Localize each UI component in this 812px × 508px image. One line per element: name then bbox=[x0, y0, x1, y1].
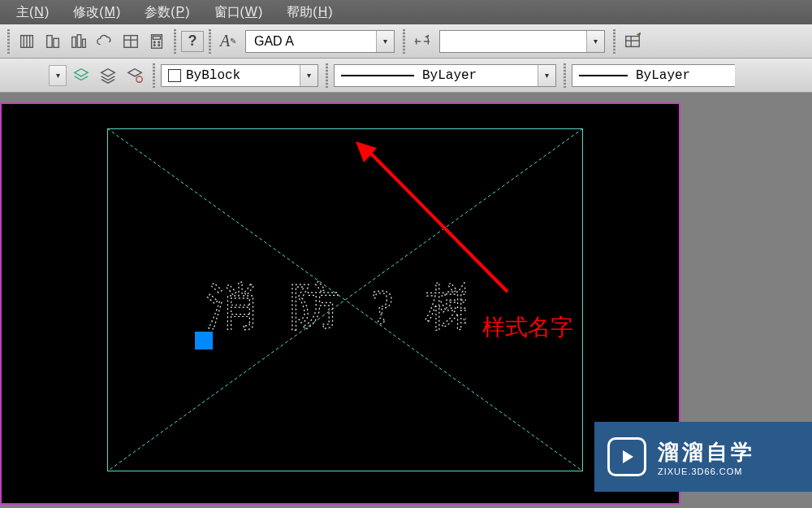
canvas-container: 消 防 ? 梯 样式名字 溜溜自学 ZIXUE.3D66.COM bbox=[0, 93, 812, 508]
chevron-down-icon-5[interactable]: ▾ bbox=[538, 65, 555, 86]
tool-building1-icon[interactable] bbox=[15, 29, 39, 54]
svg-rect-8 bbox=[83, 39, 86, 47]
svg-point-14 bbox=[153, 41, 155, 43]
color-swatch bbox=[168, 69, 181, 82]
svg-point-15 bbox=[158, 41, 160, 43]
menu-param[interactable]: 参数(P) bbox=[145, 4, 189, 21]
watermark-title: 溜溜自学 bbox=[658, 438, 755, 467]
play-icon bbox=[607, 437, 646, 476]
menubar: 主(N) 修改(M) 参数(P) 窗口(W) 帮助(H) bbox=[0, 0, 812, 24]
svg-point-17 bbox=[158, 44, 160, 46]
chevron-down-icon-3[interactable]: ▾ bbox=[49, 65, 67, 86]
svg-text:消 防 ? 梯: 消 防 ? 梯 bbox=[206, 279, 466, 334]
linetype-value: ByLayer bbox=[422, 68, 477, 83]
svg-point-25 bbox=[136, 76, 142, 81]
cad-text-object[interactable]: 消 防 ? 梯 bbox=[206, 279, 466, 336]
toolbar-grip[interactable] bbox=[7, 29, 10, 54]
toolbar-sep-4 bbox=[326, 63, 328, 88]
tool-building3-icon[interactable] bbox=[67, 29, 91, 54]
svg-rect-22 bbox=[626, 36, 640, 46]
line-sample-2 bbox=[579, 75, 628, 76]
linetype-dropdown[interactable]: ByLayer ▾ bbox=[334, 64, 556, 87]
svg-rect-5 bbox=[54, 38, 58, 47]
tool-building2-icon[interactable] bbox=[41, 29, 65, 54]
chevron-down-icon-4[interactable]: ▾ bbox=[300, 65, 317, 86]
annotation-label: 样式名字 bbox=[482, 312, 573, 343]
lineweight-dropdown[interactable]: ByLayer bbox=[572, 64, 735, 87]
svg-rect-6 bbox=[72, 37, 76, 47]
toolbar-grip-2[interactable] bbox=[209, 29, 211, 54]
style-name-dropdown[interactable]: GAD A ▾ bbox=[245, 30, 395, 53]
color-value: ByBlock bbox=[186, 68, 240, 83]
dim-style-dropdown[interactable]: ▾ bbox=[439, 30, 605, 53]
chevron-down-icon-2[interactable]: ▾ bbox=[586, 31, 604, 52]
toolbar-sep-2 bbox=[403, 29, 405, 54]
tool-cloud-icon[interactable] bbox=[93, 29, 117, 54]
svg-point-16 bbox=[153, 44, 155, 46]
tool-layer3-icon[interactable] bbox=[123, 63, 147, 88]
svg-rect-13 bbox=[153, 36, 160, 39]
menu-help[interactable]: 帮助(H) bbox=[287, 4, 332, 21]
menu-window[interactable]: 窗口(W) bbox=[214, 4, 263, 21]
watermark-subtitle: ZIXUE.3D66.COM bbox=[658, 467, 755, 476]
toolbar-grip-3[interactable] bbox=[153, 63, 155, 88]
tool-dimstyle-icon[interactable] bbox=[410, 29, 434, 54]
tool-table-icon[interactable] bbox=[620, 29, 645, 54]
style-name-value: GAD A bbox=[246, 34, 376, 49]
tool-layer2-icon[interactable] bbox=[96, 63, 120, 88]
svg-rect-4 bbox=[47, 35, 52, 47]
menu-main[interactable]: 主(N) bbox=[16, 4, 49, 21]
menu-modify[interactable]: 修改(M) bbox=[73, 4, 120, 21]
color-dropdown[interactable]: ByBlock ▾ bbox=[161, 64, 318, 87]
tool-calc-icon[interactable] bbox=[145, 29, 169, 54]
line-sample bbox=[341, 75, 414, 76]
toolbar-sep-3 bbox=[613, 29, 615, 54]
tool-layer1-icon[interactable] bbox=[69, 63, 93, 88]
toolbar-sep-5 bbox=[564, 63, 566, 88]
selection-grip[interactable] bbox=[195, 332, 213, 350]
svg-rect-7 bbox=[77, 34, 81, 47]
tool-textstyle-icon[interactable]: A✎ bbox=[216, 29, 240, 54]
drawing-canvas[interactable]: 消 防 ? 梯 bbox=[0, 102, 680, 505]
tool-spreadsheet-icon[interactable] bbox=[119, 29, 143, 54]
tool-help-icon[interactable]: ? bbox=[181, 31, 204, 52]
chevron-down-icon[interactable]: ▾ bbox=[376, 31, 394, 52]
svg-marker-31 bbox=[623, 450, 633, 463]
toolbar-sep-1 bbox=[174, 29, 176, 54]
watermark: 溜溜自学 ZIXUE.3D66.COM bbox=[594, 422, 812, 492]
lineweight-value: ByLayer bbox=[636, 68, 690, 83]
toolbar-properties: ▾ ByBlock ▾ ByLayer ▾ ByLayer bbox=[0, 59, 812, 93]
toolbar-annotation: ? A✎ GAD A ▾ ▾ bbox=[0, 24, 812, 59]
